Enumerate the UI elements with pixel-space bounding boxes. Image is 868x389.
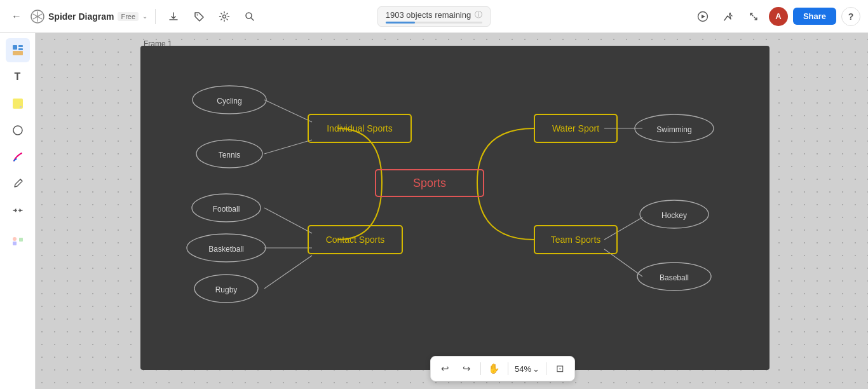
search-button[interactable] [240,6,260,27]
svg-text:Sports: Sports [413,177,446,189]
svg-point-15 [13,237,17,241]
objects-remaining-badge: 1903 objects remaining ⓘ [377,6,491,27]
settings-button[interactable] [214,6,234,27]
hand-tool-button[interactable]: ✋ [485,359,504,378]
main-area: T [0,33,868,389]
svg-line-17 [264,140,312,154]
zoom-chevron-icon: ⌄ [532,364,539,374]
app-title: Spider Diagram [48,11,114,22]
help-button[interactable]: ? [841,7,860,26]
svg-text:Team Sports: Team Sports [551,235,601,245]
templates-icon [11,44,24,57]
toolbar-right: A Share ? [496,6,860,27]
bottom-divider-2 [508,362,508,375]
fit-button[interactable]: ⊡ [550,359,569,378]
play-icon [697,11,709,22]
celebrate-button[interactable] [718,6,738,27]
svg-point-5 [729,12,731,13]
sidebar-pen-tool[interactable] [6,145,30,169]
toolbar-left: ← Spider Diagram Free ⌄ [8,6,372,27]
sticky-icon [11,97,24,110]
download-button[interactable] [163,6,184,27]
pen-icon [11,151,24,163]
svg-text:Tennis: Tennis [219,151,241,160]
shapes-icon [11,124,24,137]
sidebar-insert-tool[interactable] [6,230,30,254]
objects-remaining-text: 1903 objects remaining [386,10,471,20]
logo-icon [31,10,44,24]
sidebar-shapes-tool[interactable] [6,118,30,142]
svg-point-11 [13,126,22,135]
free-badge: Free [118,12,139,21]
fit-icon: ⊡ [556,363,564,374]
toolbar-divider-1 [155,9,156,24]
redo-button[interactable]: ↪ [458,359,477,378]
undo-button[interactable]: ↩ [436,359,455,378]
play-button[interactable] [693,6,713,27]
zoom-display: 54% ⌄ [512,364,542,374]
svg-text:Football: Football [213,205,240,214]
svg-text:Cycling: Cycling [217,97,241,106]
svg-text:Swimming: Swimming [656,125,691,134]
diagram-frame[interactable]: Sports Individual Sports Water Sport Con… [140,46,770,370]
svg-text:Contact Sports: Contact Sports [326,235,385,245]
left-sidebar: T [0,33,36,389]
svg-line-22 [604,217,642,240]
text-icon: T [15,71,21,83]
bottom-divider-1 [480,362,481,375]
expand-button[interactable] [743,6,764,27]
expand-icon [748,11,759,22]
svg-line-19 [264,208,312,233]
title-chevron-icon: ⌄ [142,13,147,20]
sidebar-templates-tool[interactable] [6,38,30,62]
svg-rect-8 [13,51,23,55]
svg-rect-7 [18,45,23,47]
toolbar-center: 1903 objects remaining ⓘ [377,6,491,27]
top-toolbar: ← Spider Diagram Free ⌄ [0,0,868,33]
sidebar-text-tool[interactable]: T [6,65,30,89]
pencil-icon [11,177,24,190]
download-icon [168,11,179,22]
search-icon [244,11,255,22]
progress-bar-container [386,22,482,24]
svg-text:Water Sport: Water Sport [552,123,599,133]
diagram-svg: Sports Individual Sports Water Sport Con… [140,46,770,370]
svg-text:Rugby: Rugby [215,285,238,294]
svg-text:Basketball: Basketball [208,245,243,254]
celebrate-icon [722,11,734,22]
svg-rect-6 [13,45,17,50]
canvas-area[interactable]: Frame 1 [36,33,868,389]
bottom-toolbar: ↩ ↪ ✋ 54% ⌄ ⊡ [430,356,575,381]
zoom-level: 54% [515,364,531,374]
svg-rect-14 [19,238,23,242]
share-button[interactable]: Share [793,8,836,25]
svg-line-16 [264,100,312,122]
sidebar-connector-tool[interactable] [6,198,30,222]
svg-line-21 [264,256,312,289]
logo-area: Spider Diagram Free ⌄ [31,10,147,24]
avatar: A [769,7,788,26]
svg-rect-13 [13,242,17,245]
svg-text:Hockey: Hockey [661,211,687,220]
svg-text:Baseball: Baseball [660,273,689,282]
hand-icon: ✋ [488,363,500,374]
svg-text:Individual Sports: Individual Sports [327,123,393,133]
svg-rect-9 [18,48,23,50]
sidebar-sticky-tool[interactable] [6,92,30,116]
bottom-divider-3 [546,362,546,375]
sidebar-pencil-tool[interactable] [6,172,30,196]
svg-point-1 [197,14,198,15]
connector-icon [11,204,24,217]
gear-icon [219,11,230,22]
back-button[interactable]: ← [8,8,25,25]
objects-info-icon: ⓘ [475,10,482,20]
progress-bar [386,22,415,24]
objects-remaining-content: 1903 objects remaining ⓘ [386,10,482,24]
insert-icon [11,236,24,249]
tag-icon [193,11,205,22]
tag-button[interactable] [189,6,209,27]
svg-point-2 [223,15,226,18]
svg-rect-10 [13,99,23,109]
